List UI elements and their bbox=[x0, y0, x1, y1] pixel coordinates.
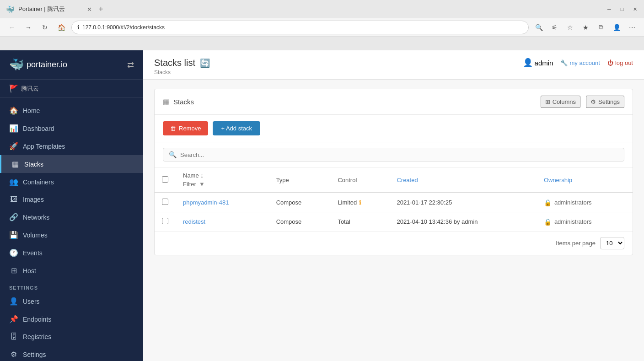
sidebar-app-templates-label: App Templates bbox=[23, 143, 65, 150]
sidebar-settings-label: Settings bbox=[23, 351, 46, 358]
home-button[interactable]: 🏠 bbox=[55, 21, 68, 34]
sidebar-registries-label: Registries bbox=[23, 333, 51, 340]
row-created-cell: 2021-04-10 13:42:36 by admin bbox=[389, 212, 536, 232]
sidebar-users-label: Users bbox=[23, 298, 40, 305]
sidebar-item-settings[interactable]: ⚙ Settings bbox=[0, 345, 143, 361]
sidebar-item-registries[interactable]: 🗄 Registries bbox=[0, 328, 143, 345]
host-icon: ⊞ bbox=[9, 266, 18, 275]
row-name-cell: redistest bbox=[176, 212, 269, 232]
close-button[interactable]: ✕ bbox=[631, 5, 639, 13]
panel-settings-button[interactable]: ⚙ Settings bbox=[586, 96, 624, 108]
row-control-cell: Limited ℹ bbox=[330, 193, 389, 212]
row-checkbox-cell bbox=[155, 212, 176, 232]
sidebar-item-host[interactable]: ⊞ Host bbox=[0, 262, 143, 280]
ownership-header-text: Ownership bbox=[544, 177, 572, 183]
reload-button[interactable]: ↻ bbox=[38, 21, 51, 34]
tabs-button[interactable]: ⧉ bbox=[595, 21, 607, 34]
name-sort-button[interactable]: Name ↕ bbox=[183, 172, 262, 179]
app-layout: 🐳 portainer.io ⇄ 🚩 腾讯云 🏠 Home 📊 Dashboar… bbox=[0, 50, 644, 361]
page-title-area: Stacks list 🔄 Stacks bbox=[154, 58, 210, 75]
ownership-value: administrators bbox=[554, 199, 592, 206]
translate-button[interactable]: ⚟ bbox=[548, 21, 561, 34]
row-type-cell: Compose bbox=[269, 212, 331, 232]
sort-icon: ↕ bbox=[200, 172, 204, 179]
volumes-icon: 💾 bbox=[9, 231, 18, 239]
sidebar-item-home[interactable]: 🏠 Home bbox=[0, 102, 143, 119]
minimize-button[interactable]: ─ bbox=[606, 5, 613, 13]
sidebar-item-app-templates[interactable]: 🚀 App Templates bbox=[0, 137, 143, 155]
select-all-header bbox=[155, 167, 176, 193]
tab-close-icon[interactable]: ✕ bbox=[87, 6, 92, 13]
ownership-icon: 🔒 bbox=[544, 199, 552, 206]
refresh-button[interactable]: 🔄 bbox=[200, 58, 210, 68]
browser-chrome: 🐳 Portainer | 腾讯云 ✕ + ─ □ ✕ ← → ↻ 🏠 ℹ 12… bbox=[0, 0, 644, 50]
breadcrumb: Stacks bbox=[154, 69, 210, 75]
favorites-button[interactable]: ☆ bbox=[564, 21, 576, 34]
select-all-checkbox[interactable] bbox=[162, 176, 168, 183]
row-checkbox[interactable] bbox=[162, 199, 168, 205]
type-header: Type bbox=[269, 167, 331, 193]
row-created-cell: 2021-01-17 22:30:25 bbox=[389, 193, 536, 212]
endpoints-icon: 📌 bbox=[9, 315, 18, 323]
filter-icon: ▼ bbox=[199, 181, 205, 188]
search-input[interactable] bbox=[180, 151, 618, 158]
row-checkbox[interactable] bbox=[162, 218, 168, 224]
stacks-table: Name ↕ Filter ▼ bbox=[155, 167, 633, 232]
search-button[interactable]: 🔍 bbox=[532, 21, 545, 34]
columns-button[interactable]: ⊞ Columns bbox=[541, 96, 580, 108]
sidebar-home-label: Home bbox=[23, 107, 40, 114]
sidebar-item-users[interactable]: 👤 Users bbox=[0, 292, 143, 310]
sidebar-item-endpoints[interactable]: 📌 Endpoints bbox=[0, 310, 143, 328]
control-info-icon[interactable]: ℹ bbox=[359, 199, 361, 206]
remove-button[interactable]: 🗑 Remove bbox=[163, 121, 208, 135]
address-text: 127.0.0.1:9000/#!/2/docker/stacks bbox=[82, 24, 165, 31]
sidebar-item-networks[interactable]: 🔗 Networks bbox=[0, 208, 143, 226]
panel-toolbar: 🗑 Remove + Add stack bbox=[155, 115, 633, 142]
add-stack-button[interactable]: + Add stack bbox=[213, 121, 260, 135]
sidebar-item-images[interactable]: 🖼 Images bbox=[0, 191, 143, 208]
stack-name-link[interactable]: redistest bbox=[183, 218, 205, 225]
page-header: Stacks list 🔄 Stacks 👤 admin 🔧 my accoun… bbox=[143, 50, 644, 80]
sidebar-item-stacks[interactable]: ▦ Stacks bbox=[0, 155, 143, 173]
add-label: + Add stack bbox=[221, 125, 252, 132]
stack-name-link[interactable]: phpmyadmin-481 bbox=[183, 199, 229, 206]
sidebar-item-containers[interactable]: 👥 Containers bbox=[0, 173, 143, 191]
columns-icon: ⊞ bbox=[545, 98, 550, 105]
sidebar-item-dashboard[interactable]: 📊 Dashboard bbox=[0, 119, 143, 137]
sidebar-networks-label: Networks bbox=[23, 214, 49, 221]
sidebar-item-events[interactable]: 🕐 Events bbox=[0, 244, 143, 262]
table-wrap: Name ↕ Filter ▼ bbox=[155, 167, 633, 232]
created-header-text: Created bbox=[397, 177, 418, 183]
my-account-text: my account bbox=[569, 59, 600, 66]
profile-button[interactable]: 👤 bbox=[610, 21, 623, 34]
forward-button[interactable]: → bbox=[22, 21, 35, 34]
maximize-button[interactable]: □ bbox=[618, 5, 626, 13]
nav-actions: 🔍 ⚟ ☆ ★ ⧉ 👤 ⋯ bbox=[532, 21, 639, 34]
collections-button[interactable]: ★ bbox=[579, 21, 592, 34]
remove-label: Remove bbox=[179, 125, 201, 132]
title-bar: 🐳 Portainer | 腾讯云 ✕ + ─ □ ✕ bbox=[0, 0, 644, 18]
table-row: redistest Compose Total 2021-04-10 13:42… bbox=[155, 212, 633, 232]
nav-bar: ← → ↻ 🏠 ℹ 127.0.0.1:9000/#!/2/docker/sta… bbox=[0, 18, 644, 37]
sidebar-item-volumes[interactable]: 💾 Volumes bbox=[0, 226, 143, 244]
stacks-panel-icon: ▦ bbox=[163, 97, 170, 106]
sidebar-host-label: Host bbox=[23, 267, 36, 275]
address-bar[interactable]: ℹ 127.0.0.1:9000/#!/2/docker/stacks bbox=[71, 21, 529, 34]
new-tab-button[interactable]: + bbox=[98, 5, 103, 14]
logout-link[interactable]: ⏻ log out bbox=[607, 59, 633, 66]
back-button[interactable]: ← bbox=[5, 21, 18, 34]
panel-header: ▦ Stacks ⊞ Columns ⚙ Settings bbox=[155, 89, 633, 115]
sidebar-stacks-label: Stacks bbox=[24, 161, 43, 168]
panel-title-text: Stacks bbox=[173, 98, 194, 106]
trash-icon: 🗑 bbox=[170, 125, 176, 132]
panel-title: ▦ Stacks bbox=[163, 97, 194, 106]
my-account-link[interactable]: 🔧 my account bbox=[560, 59, 600, 66]
more-button[interactable]: ⋯ bbox=[626, 21, 639, 34]
created-header[interactable]: Created bbox=[389, 167, 536, 193]
name-header: Name ↕ Filter ▼ bbox=[176, 167, 269, 193]
user-name: admin bbox=[535, 59, 553, 67]
ownership-header[interactable]: Ownership bbox=[537, 167, 633, 193]
control-header: Control bbox=[330, 167, 389, 193]
items-per-page-select[interactable]: 10 25 50 bbox=[600, 237, 624, 249]
sidebar-toggle-button[interactable]: ⇄ bbox=[127, 60, 134, 70]
